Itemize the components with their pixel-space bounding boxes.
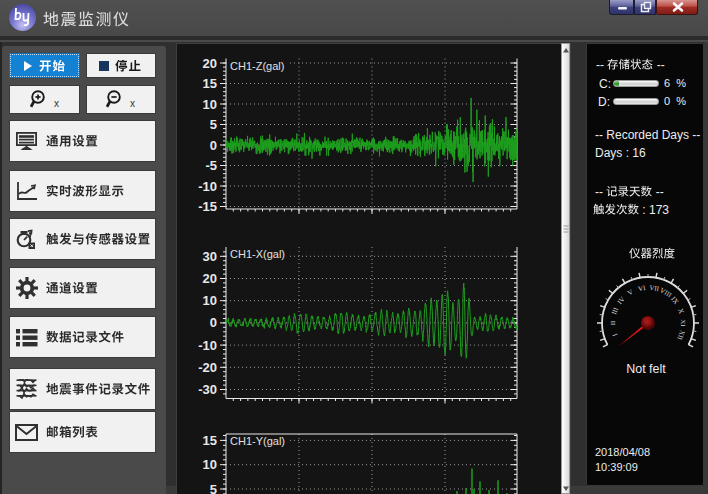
svg-text:III: III: [610, 306, 620, 316]
svg-text:0: 0: [210, 138, 217, 153]
svg-text:0: 0: [210, 315, 217, 330]
svg-text:V: V: [626, 288, 634, 297]
svg-text:10: 10: [203, 457, 217, 472]
svg-text:5: 5: [210, 117, 217, 132]
svg-text:10: 10: [203, 293, 217, 308]
svg-text:IX: IX: [669, 295, 680, 306]
svg-text:-30: -30: [198, 382, 217, 397]
svg-text:-10: -10: [198, 338, 217, 353]
svg-text:VI: VI: [638, 284, 647, 293]
svg-text:-5: -5: [205, 158, 217, 173]
svg-text:CH1-Z(gal): CH1-Z(gal): [230, 60, 284, 72]
svg-text:IV: IV: [616, 295, 627, 306]
svg-text:-10: -10: [198, 179, 217, 194]
svg-text:X: X: [676, 307, 685, 314]
svg-text:15: 15: [203, 433, 217, 448]
svg-text:20: 20: [203, 56, 217, 71]
svg-text:-20: -20: [198, 360, 217, 375]
svg-text:-15: -15: [198, 199, 217, 214]
svg-text:CH1-Y(gal): CH1-Y(gal): [230, 435, 285, 447]
svg-text:XII: XII: [675, 329, 686, 341]
svg-text:XI: XI: [679, 319, 687, 327]
svg-text:10: 10: [203, 97, 217, 112]
svg-text:I: I: [611, 332, 620, 338]
svg-text:II: II: [609, 320, 617, 325]
svg-text:5: 5: [210, 482, 217, 494]
svg-text:CH1-X(gal): CH1-X(gal): [230, 248, 285, 260]
svg-text:20: 20: [203, 271, 217, 286]
svg-text:15: 15: [203, 76, 217, 91]
svg-text:30: 30: [203, 249, 217, 264]
